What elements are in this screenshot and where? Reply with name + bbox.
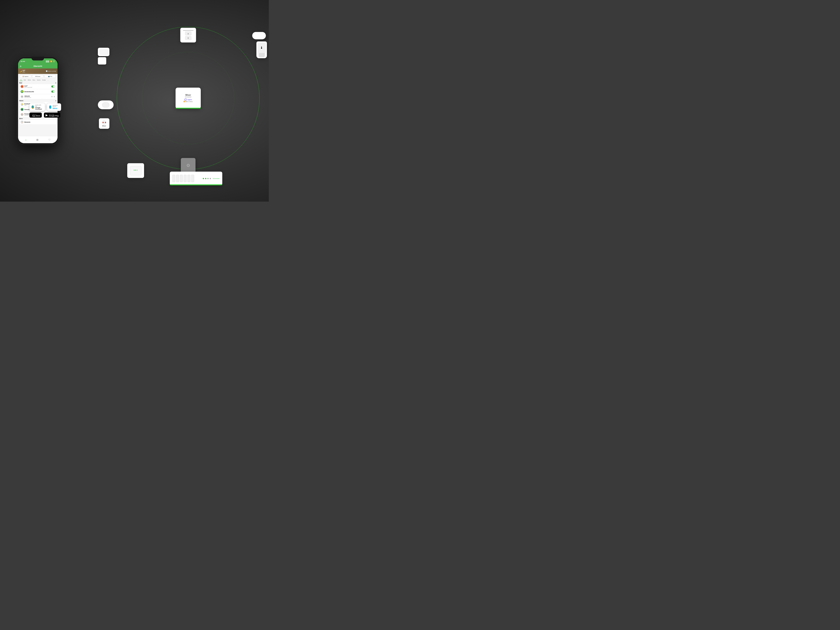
deckenleuchte-left: 💡 Deckenleuchte (21, 90, 34, 93)
motion-sensor-node (98, 100, 114, 109)
weather-bar: 🌙 12° Köln 🕐 06.01 20:58 (18, 68, 58, 74)
sparen-label: Sparen (24, 76, 28, 77)
thermostat-item[interactable]: 🌡 21.5° 23.5° bis 23:40 (19, 84, 56, 89)
motion-sensor (98, 100, 114, 109)
alexa-badge[interactable]: ○ WORKS WITH alexa (47, 103, 61, 111)
wifi-icon: 📶 (183, 101, 185, 102)
channel-3 (180, 175, 183, 182)
nav-grid-icon[interactable]: ⊞ (36, 138, 38, 141)
nav-home-icon[interactable]: ⌂ (25, 138, 27, 141)
weather-temp: 12° (22, 69, 25, 72)
settings-icon[interactable]: ⚙ (20, 65, 21, 68)
wiser-hub: Wiser Schneider z zigbee 📶 WiFi 2.4GHz (175, 88, 201, 109)
controller-channels (172, 175, 201, 182)
essen-icon: 🍽 (35, 76, 36, 77)
jalousie-label: Jalousie (24, 95, 31, 97)
gateway-leds (134, 170, 137, 171)
thermostat-toggle[interactable] (51, 85, 55, 88)
google-play-badge[interactable]: ▶ JETZT BEI Google Play (44, 112, 60, 118)
app-header: ⚙ Übersicht (18, 64, 58, 68)
controller-indicators (203, 178, 211, 179)
gateway-puck-node (252, 32, 266, 39)
small-gateway-node (127, 163, 144, 178)
thermostat-info: 21.5° 23.5° bis 23:40 (24, 85, 32, 88)
channel-5 (188, 175, 191, 182)
channel-4 (184, 175, 187, 182)
deckenleuchte-item[interactable]: 💡 Deckenleuchte (19, 89, 56, 94)
battery-icon: 🔋 (53, 60, 55, 62)
jalousie-item[interactable]: ≡ Jalousie Geschlossen ⬆ ⬇ (19, 94, 56, 99)
svg-text:z: z (185, 99, 186, 100)
indicator-1 (203, 178, 204, 179)
bad-label: Bad (19, 82, 22, 84)
jalousie-info: Jalousie Geschlossen (24, 95, 31, 98)
indicator-3 (207, 178, 209, 179)
gateway-inner (130, 166, 142, 175)
compatibility-badges: works with the Google Assistant ○ WORKS … (29, 103, 61, 111)
momente-item[interactable]: 📋 Momente (19, 120, 56, 124)
jalousie-state: Geschlossen (24, 97, 31, 98)
phone-screen: 22:44 ▌▌▌ 📶 🔋 ⚙ Übersicht 🌙 (18, 58, 58, 143)
indicator-2 (205, 178, 207, 179)
quick-btn-essen[interactable]: 🍽 Essen (32, 75, 44, 78)
jalousie-controls: ⬆ ⬇ (51, 96, 55, 98)
hub-green-strip (175, 108, 201, 109)
film-label: Film (50, 76, 52, 77)
socket-face (102, 120, 106, 125)
ga-line2: Google Assistant (35, 107, 43, 110)
wohn-label: Wohn (19, 100, 23, 102)
jalousie-down[interactable]: ⬇ (54, 96, 55, 98)
quick-actions: 🏠 Sparen 🍽 Essen 📺 Film (18, 74, 58, 79)
tab-wohn[interactable]: Wohn (27, 79, 32, 81)
tab-bad[interactable]: Bad (23, 79, 27, 81)
tab-kinder[interactable]: Kinder (41, 79, 46, 81)
quick-btn-sparen[interactable]: 🏠 Sparen (20, 75, 31, 78)
alexa-icon: ○ (49, 106, 51, 109)
hub-brand-label: Wiser (185, 94, 191, 96)
signal-icon: ▌▌▌ (46, 60, 50, 62)
badge-area: works with the Google Assistant ○ WORKS … (29, 103, 61, 118)
status-time: 22:44 (21, 60, 25, 62)
thermostat-schedule: 23.5° bis 23:40 (24, 87, 32, 88)
clock-icon: 🕐 (46, 70, 48, 72)
deckenleuchte-toggle[interactable] (51, 90, 55, 93)
thermostat-icon: 🌡 (21, 85, 24, 88)
tab-buero[interactable]: Büro (32, 79, 36, 81)
app-store-text: Laden im App Store (32, 114, 40, 117)
indicator-4 (210, 178, 211, 179)
alexa-line2: alexa (52, 107, 59, 109)
eu-socket-node: Wiser (99, 118, 109, 129)
bad-collapse-icon[interactable]: ∧ (55, 82, 56, 84)
app-store-badge[interactable]: Laden im App Store (29, 112, 42, 118)
weather-info: 12° Köln (22, 69, 25, 73)
controller-green-strip (170, 185, 223, 185)
blind-push-btn[interactable]: ⊙ (181, 158, 196, 173)
door-sensor (98, 48, 109, 56)
tab-kueche[interactable]: Küche (36, 79, 41, 81)
momente-left: 📋 Momente (21, 120, 30, 123)
wohn-collapse-icon[interactable]: ∧ (55, 100, 56, 102)
thermostat-left: 🌡 21.5° 23.5° bis 23:40 (21, 85, 32, 88)
tab-alle[interactable]: Alle (19, 79, 23, 81)
thermostat-temp: 21.5° (24, 85, 32, 87)
main-container: Wiser Schneider z zigbee 📶 WiFi 2.4GHz ▲… (0, 0, 269, 202)
trv-base (259, 53, 265, 57)
google-assistant-badge[interactable]: works with the Google Assistant (29, 103, 45, 111)
large-controller: Schneider (170, 172, 223, 185)
light-icon: 💡 (21, 90, 24, 93)
trv-head: 🌡 (257, 43, 266, 53)
wifi-status-icon: 📶 (50, 60, 52, 62)
door-sensor-node (98, 48, 109, 65)
bad-section: Bad ∧ 🌡 21.5° 23.5° bis 23:40 (18, 82, 58, 99)
hub-sub-label: Schneider (185, 96, 191, 98)
jalousie-up[interactable]: ⬆ (51, 96, 53, 98)
momente-icon: 📋 (21, 120, 24, 123)
quick-btn-film[interactable]: 📺 Film (44, 75, 56, 78)
zigbee-label: zigbee (188, 99, 192, 100)
phone-mockup: 22:44 ▌▌▌ 📶 🔋 ⚙ Übersicht 🌙 (17, 57, 59, 145)
motion-sensor-lens (102, 102, 109, 107)
esstisch-icon: 💡 (21, 103, 24, 106)
nav-heart-icon[interactable]: ♡ (48, 138, 51, 141)
tab-more[interactable]: ... (47, 79, 49, 81)
weather-datetime: 06.01 20:58 (48, 71, 56, 72)
